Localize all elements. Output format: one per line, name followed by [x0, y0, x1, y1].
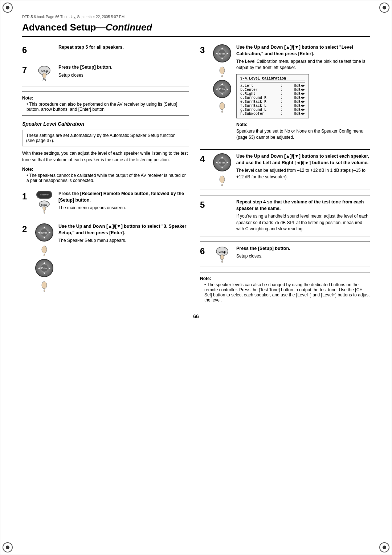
receiver-setup-icon: Receiver Setup	[36, 191, 52, 214]
step-6r-text: Press the [Setup] button. Setup closes.	[236, 246, 370, 260]
nav-up-4: ▲	[221, 155, 224, 159]
nav-down-4: ▼	[221, 166, 224, 169]
note-text-1: This procedure can also be performed on …	[26, 102, 189, 112]
step-number-7: 7	[22, 64, 30, 75]
step-4-icon: ▲ ▼ ◄ ► Enter	[211, 153, 233, 186]
nav-left: ◄	[37, 231, 40, 234]
nav-left-4: ◄	[215, 161, 218, 164]
hand-svg-4	[217, 173, 228, 186]
setup-svg-6r: Setup	[213, 246, 231, 263]
right-column: 3 ▲ ▼ ◄ ► Enter	[200, 44, 370, 303]
nav-right-3b: ►	[226, 88, 229, 91]
divider-r4	[200, 272, 370, 272]
note-text-3: Speakers that you set to No or None on t…	[236, 128, 370, 141]
setup-svg: Setup	[36, 65, 53, 82]
osd-row-e: e.SurrBack R:0dB◄►	[240, 100, 305, 104]
step-number-3: 3	[200, 44, 208, 55]
left-column: 6 Repeat step 5 for all speakers. 7 Setu	[22, 44, 189, 303]
nav-enter-1: Enter	[40, 228, 48, 236]
nav-right-2: ►	[48, 267, 51, 270]
nav-down: ▼	[43, 236, 46, 239]
note-label-1: Note:	[22, 96, 189, 101]
divider-1	[22, 92, 189, 92]
nav-right: ►	[48, 231, 51, 234]
osd-row-a: a.Left:0dB◄►	[240, 84, 305, 88]
enter-icon-group-3: ▲ ▼ ◄ ► Enter ▲ ▼ ◄	[213, 44, 231, 113]
svg-point-2	[42, 73, 46, 78]
page-title: Advanced Setup—Continued	[22, 22, 370, 37]
step-1-icon: Receiver Setup	[33, 191, 56, 214]
nav-down-2: ▼	[43, 272, 46, 275]
divider-3	[22, 187, 189, 187]
svg-text:Setup: Setup	[41, 204, 48, 206]
box-note: These settings are set automatically by …	[22, 130, 189, 146]
step-1-text: Press the [Receiver] Remote Mode button,…	[58, 191, 189, 211]
hand-svg-2b	[39, 279, 50, 292]
nav-enter-4: Enter	[218, 158, 226, 166]
nav-up-3b: ▲	[221, 82, 224, 85]
osd-box: 3-4.Level Calibration a.Left:0dB◄► b.Cen…	[236, 74, 309, 118]
svg-point-8	[220, 67, 225, 74]
divider-r1	[200, 149, 370, 150]
svg-point-9	[220, 102, 225, 110]
svg-point-7	[42, 281, 47, 289]
nav-enter-icon-4: ▲ ▼ ◄ ► Enter	[213, 153, 231, 186]
step-number-4: 4	[200, 153, 208, 164]
setup-button-icon: Setup	[35, 64, 53, 82]
divider-r2	[200, 195, 370, 195]
nav-down-3: ▼	[221, 57, 224, 60]
nav-enter-3b: Enter	[218, 85, 226, 93]
nav-enter-3: Enter	[218, 49, 226, 57]
step-number-5: 5	[200, 199, 208, 210]
header-meta: DTR-5.6.book Page 66 Thursday, September…	[22, 15, 370, 19]
svg-point-5	[43, 206, 46, 211]
svg-point-10	[220, 176, 225, 183]
osd-divider	[240, 82, 305, 83]
step-number-2: 2	[22, 223, 30, 234]
step-4-text: Use the Up and Down [▲]/[▼] buttons to s…	[236, 153, 370, 180]
body-text-1: With these settings, you can adjust the …	[22, 150, 189, 163]
step-2-text: Use the Up and Down [▲]/[▼] buttons to s…	[58, 223, 189, 244]
corner-ornament-tl	[3, 3, 13, 13]
divider-2	[22, 116, 189, 116]
note-text-bottom: The speaker levels can also be changed b…	[204, 282, 370, 303]
step-number-1: 1	[22, 191, 30, 202]
svg-point-13	[220, 255, 224, 260]
step-2: 2 ▲ ▼ ◄ ► Enter	[22, 223, 189, 295]
svg-text:Setup: Setup	[41, 70, 48, 73]
nav-left-3b: ◄	[215, 88, 218, 91]
hand-svg-2a	[39, 243, 50, 256]
note-text-2: The speakers cannot be calibrated while …	[26, 173, 189, 183]
corner-ornament-tr	[379, 3, 389, 13]
step-2-icon: ▲ ▼ ◄ ► Enter ▲ ▼	[33, 223, 56, 292]
osd-row-b: b.Center:0dB◄►	[240, 88, 305, 92]
note-label-bottom: Note:	[200, 276, 370, 281]
receiver-btn-icon: Receiver	[36, 191, 52, 199]
step-5: 5 Repeat step 4 so that the volume of th…	[200, 199, 370, 236]
hand-svg-3b	[217, 100, 228, 113]
nav-right-4: ►	[226, 161, 229, 164]
nav-up-2: ▲	[43, 261, 46, 264]
step-3: 3 ▲ ▼ ◄ ► Enter	[200, 44, 370, 144]
note-label-3: Note:	[236, 122, 370, 127]
step-6-left: 6 Repeat step 5 for all speakers.	[22, 44, 189, 59]
nav-left-3: ◄	[215, 52, 218, 55]
osd-row-d: d.Surround R:0dB◄►	[240, 96, 305, 100]
nav-ring-3b: ▲ ▼ ◄ ► Enter	[213, 80, 231, 98]
step-6r-icon: Setup	[211, 246, 233, 263]
step-7-icon: Setup	[33, 64, 56, 82]
nav-right-3: ►	[226, 52, 229, 55]
nav-up: ▲	[43, 226, 46, 229]
nav-enter-icon-left: ▲ ▼ ◄ ► Enter ▲ ▼	[35, 223, 53, 292]
step-number-6: 6	[22, 44, 30, 55]
nav-left-2: ◄	[37, 267, 40, 270]
nav-ring-3: ▲ ▼ ◄ ► Enter	[213, 44, 231, 62]
osd-row-f: f.SurrBack L:0dB◄►	[240, 104, 305, 108]
osd-row-g: g.Surround L:0dB◄►	[240, 108, 305, 112]
osd-row-h: h.Subwoofer:0dB◄►	[240, 112, 305, 116]
nav-down-3b: ▼	[221, 93, 224, 96]
hand-svg-3a	[217, 64, 228, 77]
step-3-icon: ▲ ▼ ◄ ► Enter ▲ ▼ ◄	[211, 44, 233, 113]
step-3-text: Use the Up and Down [▲]/[▼] buttons to s…	[236, 44, 370, 140]
svg-text:Setup: Setup	[219, 251, 225, 254]
